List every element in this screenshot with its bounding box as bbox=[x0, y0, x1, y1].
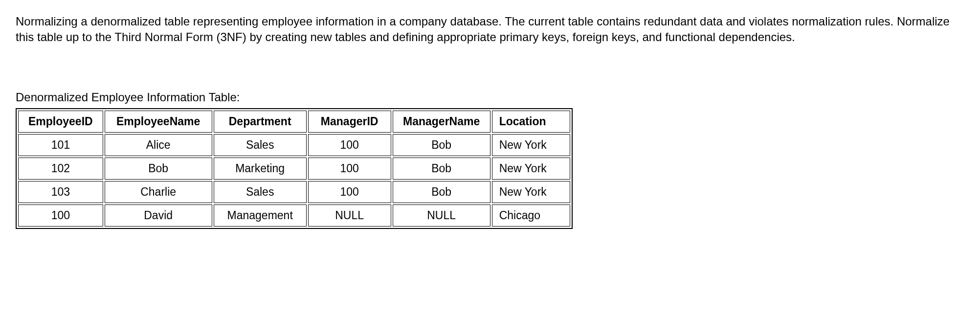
table-cell: Management bbox=[214, 204, 307, 227]
table-header: ManagerID bbox=[308, 111, 391, 133]
table-header: Location bbox=[492, 111, 570, 133]
table-cell: Bob bbox=[393, 134, 490, 156]
table-header: Department bbox=[214, 111, 307, 133]
table-cell: NULL bbox=[308, 204, 391, 227]
table-row: 102 Bob Marketing 100 Bob New York bbox=[18, 158, 570, 180]
table-cell: Marketing bbox=[214, 158, 307, 180]
table-cell: 100 bbox=[308, 181, 391, 203]
table-cell: New York bbox=[492, 134, 570, 156]
employee-table: EmployeeID EmployeeName Department Manag… bbox=[16, 108, 573, 229]
table-cell: Sales bbox=[214, 134, 307, 156]
table-header: EmployeeID bbox=[18, 111, 103, 133]
table-cell: Chicago bbox=[492, 204, 570, 227]
table-cell: David bbox=[105, 204, 212, 227]
table-cell: 100 bbox=[308, 158, 391, 180]
table-cell: 103 bbox=[18, 181, 103, 203]
table-cell: Charlie bbox=[105, 181, 212, 203]
table-cell: 101 bbox=[18, 134, 103, 156]
table-cell: NULL bbox=[393, 204, 490, 227]
table-cell: Alice bbox=[105, 134, 212, 156]
table-cell: New York bbox=[492, 158, 570, 180]
table-cell: Bob bbox=[393, 181, 490, 203]
table-header-row: EmployeeID EmployeeName Department Manag… bbox=[18, 111, 570, 133]
table-row: 100 David Management NULL NULL Chicago bbox=[18, 204, 570, 227]
table-row: 101 Alice Sales 100 Bob New York bbox=[18, 134, 570, 156]
table-cell: Bob bbox=[393, 158, 490, 180]
table-header: ManagerName bbox=[393, 111, 490, 133]
table-row: 103 Charlie Sales 100 Bob New York bbox=[18, 181, 570, 203]
table-cell: 102 bbox=[18, 158, 103, 180]
table-cell: Bob bbox=[105, 158, 212, 180]
table-header: EmployeeName bbox=[105, 111, 212, 133]
table-cell: New York bbox=[492, 181, 570, 203]
table-cell: Sales bbox=[214, 181, 307, 203]
table-cell: 100 bbox=[18, 204, 103, 227]
table-caption: Denormalized Employee Information Table: bbox=[16, 90, 964, 105]
table-cell: 100 bbox=[308, 134, 391, 156]
problem-description: Normalizing a denormalized table represe… bbox=[16, 14, 964, 45]
